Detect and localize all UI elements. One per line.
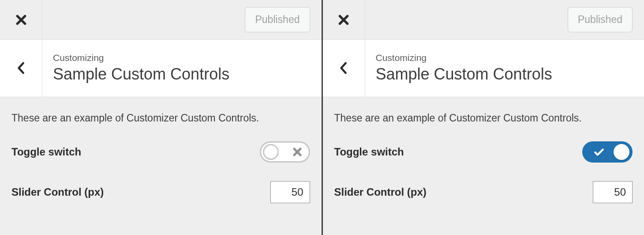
- slider-control-row: Slider Control (px): [11, 181, 310, 203]
- toggle-control-row: Toggle switch: [11, 141, 310, 163]
- chevron-left-icon: [16, 61, 26, 75]
- section-titles: Customizing Sample Custom Controls: [365, 40, 563, 97]
- slider-value-input[interactable]: [593, 181, 633, 203]
- close-icon: [338, 14, 349, 26]
- published-button[interactable]: Published: [568, 7, 633, 32]
- close-button[interactable]: [0, 0, 42, 40]
- back-button[interactable]: [323, 40, 365, 97]
- toggle-knob: [614, 144, 629, 160]
- customizer-panel-right: Published Customizing Sample Custom Cont…: [323, 0, 644, 235]
- back-button[interactable]: [0, 40, 42, 97]
- section-title: Sample Custom Controls: [376, 65, 552, 83]
- topbar: Published: [323, 0, 644, 40]
- section-title: Sample Custom Controls: [53, 65, 229, 83]
- panel-body: These are an example of Customizer Custo…: [323, 97, 644, 235]
- published-button[interactable]: Published: [245, 7, 310, 32]
- section-header: Customizing Sample Custom Controls: [0, 40, 322, 97]
- section-description: These are an example of Customizer Custo…: [11, 110, 310, 126]
- close-icon: [15, 14, 27, 26]
- slider-control-row: Slider Control (px): [334, 181, 633, 203]
- breadcrumb: Customizing: [376, 53, 552, 63]
- toggle-knob: [263, 144, 279, 160]
- toggle-label: Toggle switch: [334, 146, 404, 158]
- toggle-on-icon: [593, 146, 605, 158]
- topbar: Published: [0, 0, 322, 40]
- close-button[interactable]: [323, 0, 365, 40]
- toggle-off-icon: [292, 147, 303, 157]
- toggle-control-row: Toggle switch: [334, 141, 633, 163]
- breadcrumb: Customizing: [53, 53, 229, 63]
- chevron-left-icon: [339, 61, 348, 75]
- toggle-switch[interactable]: [260, 141, 310, 163]
- slider-label: Slider Control (px): [334, 186, 427, 198]
- toggle-label: Toggle switch: [11, 146, 81, 158]
- section-header: Customizing Sample Custom Controls: [323, 40, 644, 97]
- customizer-panel-left: Published Customizing Sample Custom Cont…: [0, 0, 322, 235]
- slider-label: Slider Control (px): [11, 186, 104, 198]
- toggle-switch[interactable]: [582, 141, 633, 163]
- section-description: These are an example of Customizer Custo…: [334, 110, 633, 126]
- section-titles: Customizing Sample Custom Controls: [42, 40, 240, 97]
- panel-body: These are an example of Customizer Custo…: [0, 97, 322, 235]
- slider-value-input[interactable]: [270, 181, 310, 203]
